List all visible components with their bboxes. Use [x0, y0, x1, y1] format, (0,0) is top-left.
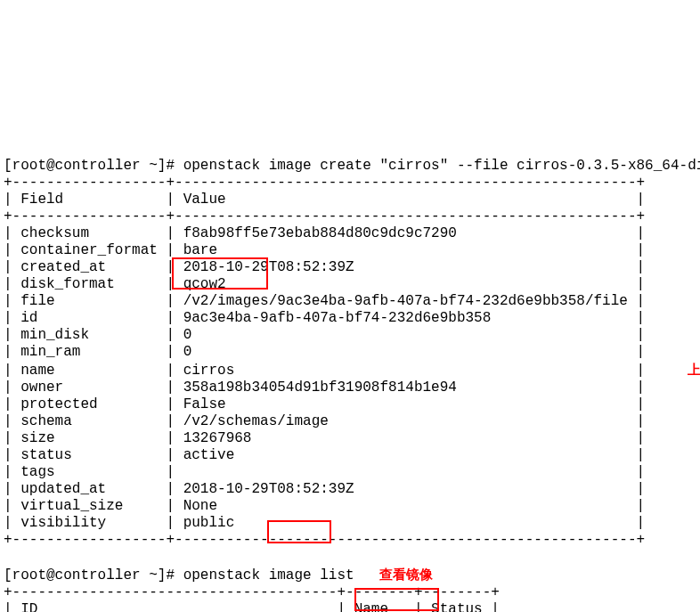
tbl1-row-id: | id | 9ac3e4ba-9afb-407a-bf74-232d6e9bb…: [4, 310, 645, 326]
highlight-box-image-cmd: [267, 520, 331, 543]
tbl1-row-status: | status | active |: [4, 447, 645, 463]
tbl1-row-name: | name | cirros |: [4, 363, 645, 379]
tbl1-row-created-at: | created_at | 2018-10-29T08:52:39Z |: [4, 259, 645, 275]
annotation-view-image: 查看镜像: [379, 567, 433, 582]
tbl1-row-protected: | protected | False |: [4, 396, 645, 412]
tbl1-row-min-ram: | min_ram | 0 |: [4, 344, 645, 360]
highlight-box-name-cirros: [172, 257, 268, 290]
highlight-box-cirros-listname: [354, 588, 439, 611]
tbl1-row-size: | size | 13267968 |: [4, 430, 645, 446]
tbl1-row-container-format: | container_format | bare |: [4, 242, 645, 258]
tbl1-row-file: | file | /v2/images/9ac3e4ba-9afb-407a-b…: [4, 293, 645, 309]
tbl1-row-schema: | schema | /v2/schemas/image |: [4, 413, 645, 429]
tbl1-border-mid: +------------------+--------------------…: [4, 208, 645, 224]
tbl1-border-top: +------------------+--------------------…: [4, 175, 645, 191]
tbl1-row-virtual-size: | virtual_size | None |: [4, 498, 645, 514]
tbl1-row-checksum: | checksum | f8ab98ff5e73ebab884d80c9dc9…: [4, 225, 645, 241]
tbl1-row-tags: | tags | |: [4, 464, 645, 480]
prompt-image-list: [root@controller ~]# openstack image lis…: [4, 567, 354, 583]
tbl1-row-disk-format: | disk_format | qcow2 |: [4, 276, 645, 292]
tbl1-header: | Field | Value |: [4, 192, 645, 208]
tbl1-row-owner: | owner | 358a198b34054d91bf31908f814b1e…: [4, 379, 645, 396]
annotation-upload-success: 上传成功: [688, 361, 700, 378]
tbl1-row-updated-at: | updated_at | 2018-10-29T08:52:39Z |: [4, 481, 645, 497]
tbl1-row-min-disk: | min_disk | 0 |: [4, 327, 645, 343]
prompt-create-image: [root@controller ~]# openstack image cre…: [4, 158, 700, 174]
